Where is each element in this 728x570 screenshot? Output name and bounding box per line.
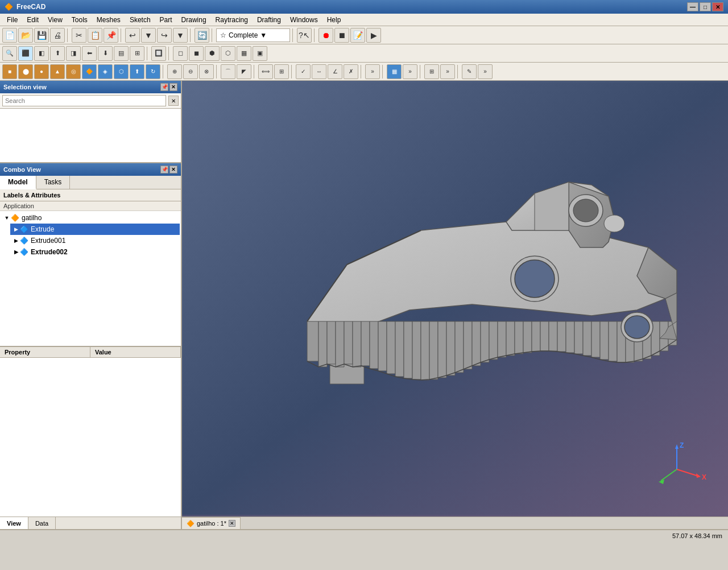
help-cursor-button[interactable]: ?↖ <box>297 28 312 43</box>
draw-style-button[interactable]: 🔲 <box>151 46 166 61</box>
svg-marker-38 <box>609 321 617 361</box>
svg-marker-26 <box>506 321 515 356</box>
tree-item-extrude001[interactable]: ▶ 🔷 Extrude001 <box>10 235 180 246</box>
boolean-cut-button[interactable]: ⊖ <box>183 64 198 79</box>
save-button[interactable]: 💾 <box>34 28 49 43</box>
menu-item-drawing[interactable]: Drawing <box>177 15 211 25</box>
measure-linear-button[interactable]: ↔ <box>312 64 326 79</box>
cone-button[interactable]: ▲ <box>50 64 65 79</box>
search-bar: ✕ <box>0 93 181 109</box>
more-button[interactable]: » <box>478 64 493 79</box>
combo-view-pin[interactable]: 📌 <box>160 166 168 174</box>
search-clear-button[interactable]: ✕ <box>168 96 179 106</box>
revolve-button[interactable]: ↻ <box>146 64 160 79</box>
tab-data[interactable]: Data <box>28 517 56 529</box>
top-view-button[interactable]: ⬆ <box>50 46 65 61</box>
tab-tasks[interactable]: Tasks <box>36 176 71 189</box>
flat-lines-button[interactable]: ⬢ <box>205 46 220 61</box>
workbench-dropdown[interactable]: ☆ Complete ▼ <box>216 28 290 42</box>
front-view-button[interactable]: ◧ <box>34 46 49 61</box>
undo-button[interactable]: ↩ <box>125 28 140 43</box>
sep2 <box>121 28 123 42</box>
menu-item-raytracing[interactable]: Raytracing <box>211 15 253 25</box>
box-button[interactable]: ■ <box>2 64 17 79</box>
tab-model[interactable]: Model <box>0 176 36 189</box>
refresh-button[interactable]: 🔄 <box>195 28 209 43</box>
minimize-button[interactable]: — <box>687 2 698 11</box>
tab-view[interactable]: View <box>0 517 28 529</box>
menu-item-windows[interactable]: Windows <box>286 15 322 25</box>
annotation-button[interactable]: ✎ <box>462 64 477 79</box>
record-button[interactable]: ⏺ <box>318 28 333 43</box>
torus-button[interactable]: ◎ <box>66 64 81 79</box>
menu-item-part[interactable]: Part <box>155 15 177 25</box>
selection-view-close[interactable]: ✕ <box>169 83 177 91</box>
tree-item-extrude002[interactable]: ▶ 🔷 Extrude002 <box>10 246 180 258</box>
combo-view: Combo View 📌 ✕ Model Tasks Labels & Attr… <box>0 163 181 529</box>
hidden-lines-button[interactable]: ▦ <box>237 46 251 61</box>
redo-button[interactable]: ↪ <box>157 28 172 43</box>
clear-measure-button[interactable]: ✗ <box>344 64 358 79</box>
layer-dropdown[interactable]: » <box>403 64 417 79</box>
paste-button[interactable]: 📌 <box>104 28 118 43</box>
measure-angular-button[interactable]: ∠ <box>328 64 342 79</box>
maximize-button[interactable]: □ <box>700 2 711 11</box>
fillet-button[interactable]: ⌒ <box>221 64 235 79</box>
create-face-button[interactable]: ⬡ <box>114 64 129 79</box>
macro-edit-button[interactable]: 📝 <box>350 28 365 43</box>
wireframe-button[interactable]: ◻ <box>173 46 188 61</box>
menu-item-help[interactable]: Help <box>322 15 346 25</box>
stop-button[interactable]: ⏹ <box>334 28 349 43</box>
combo-view-close[interactable]: ✕ <box>169 166 177 174</box>
axon-view-button[interactable]: ⬛ <box>18 46 33 61</box>
cylinder-button[interactable]: ⬤ <box>18 64 33 79</box>
viewport[interactable]: Z X 🔶 gatilho : 1* ✕ <box>182 81 728 529</box>
bottom-view-button[interactable]: ⬇ <box>98 46 113 61</box>
create-solid-button[interactable]: 🔶 <box>82 64 97 79</box>
chamfer-button[interactable]: ◤ <box>237 64 251 79</box>
menu-item-view[interactable]: View <box>43 15 67 25</box>
redo-dropdown[interactable]: ▼ <box>173 28 188 43</box>
selection-view-pin[interactable]: 📌 <box>160 83 168 91</box>
home-view-button[interactable]: 🔍 <box>2 46 17 61</box>
print-button[interactable]: 🖨 <box>50 28 65 43</box>
array-button[interactable]: ⊞ <box>274 64 289 79</box>
right-view-button[interactable]: ◨ <box>66 46 81 61</box>
mirror-button[interactable]: ⟺ <box>258 64 273 79</box>
tree-item-extrude[interactable]: ▶ 🔷 Extrude <box>10 224 180 235</box>
menu-item-tools[interactable]: Tools <box>67 15 92 25</box>
menu-item-edit[interactable]: Edit <box>22 15 43 25</box>
fit-all-button[interactable]: ⊞ <box>130 46 144 61</box>
undo-dropdown[interactable]: ▼ <box>141 28 156 43</box>
new-button[interactable]: 📄 <box>2 28 17 43</box>
close-button[interactable]: ✕ <box>712 2 723 11</box>
copy-button[interactable]: 📋 <box>88 28 102 43</box>
shaded-button[interactable]: ◼ <box>189 46 204 61</box>
create-shell-button[interactable]: ◈ <box>98 64 113 79</box>
boolean-union-button[interactable]: ⊕ <box>167 64 182 79</box>
menu-item-drafting[interactable]: Drafting <box>253 15 286 25</box>
workbench-star-icon: ☆ <box>220 31 226 39</box>
run-macro-button[interactable]: ▶ <box>366 28 381 43</box>
viewport-tab-close[interactable]: ✕ <box>229 520 235 527</box>
open-button[interactable]: 📂 <box>18 28 33 43</box>
cut-button[interactable]: ✂ <box>72 28 86 43</box>
layer-icon: ▦ <box>387 64 402 79</box>
check-geometry-button[interactable]: ✓ <box>296 64 311 79</box>
extrude-button[interactable]: ⬆ <box>130 64 144 79</box>
left-view-button[interactable]: ▤ <box>114 46 129 61</box>
tree-item-gatilho[interactable]: ▼ 🔶 gatilho <box>1 212 180 224</box>
tree-label-gatilho: gatilho <box>22 214 42 222</box>
viewport-tab-gatilho[interactable]: 🔶 gatilho : 1* ✕ <box>182 517 241 529</box>
rear-view-button[interactable]: ⬅ <box>82 46 97 61</box>
menu-item-sketch[interactable]: Sketch <box>125 15 155 25</box>
menu-item-meshes[interactable]: Meshes <box>92 15 125 25</box>
menu-item-file[interactable]: File <box>2 15 22 25</box>
points-button[interactable]: ⬡ <box>221 46 235 61</box>
search-input[interactable] <box>2 95 166 106</box>
sphere-button[interactable]: ● <box>34 64 49 79</box>
no-shade-button[interactable]: ▣ <box>253 46 267 61</box>
more-tools-button[interactable]: » <box>365 64 380 79</box>
snap-more[interactable]: » <box>440 64 455 79</box>
boolean-common-button[interactable]: ⊗ <box>199 64 214 79</box>
